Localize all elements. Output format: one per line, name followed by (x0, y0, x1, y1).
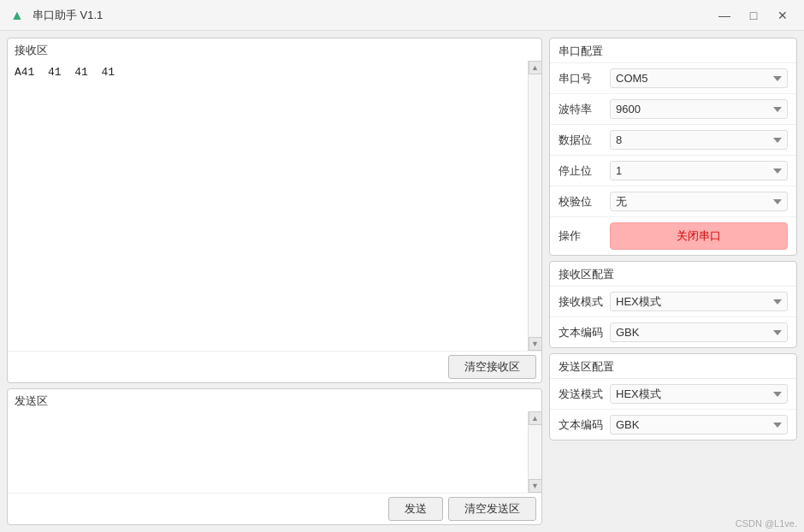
databits-select[interactable]: 8 5 6 7 (610, 130, 788, 150)
send-scroll-down-arrow[interactable]: ▼ (529, 479, 542, 493)
parity-row: 校验位 无 奇校验 偶校验 (550, 186, 796, 217)
send-encoding-select[interactable]: GBK UTF-8 ASCII (610, 415, 788, 434)
send-scroll-thumb-area (529, 425, 541, 479)
scroll-thumb-area (529, 74, 541, 337)
receive-config-box: 接收区配置 接收模式 HEX模式 ASCII模式 文本编码 GBK UTF-8 … (549, 261, 797, 348)
receive-encoding-select[interactable]: GBK UTF-8 ASCII (610, 322, 788, 342)
receive-mode-row: 接收模式 HEX模式 ASCII模式 (550, 287, 796, 317)
title-bar-text: 串口助手 V1.1 (33, 8, 713, 23)
receive-mode-label: 接收模式 (559, 294, 610, 310)
receive-config-title: 接收区配置 (550, 262, 796, 287)
app-icon: ▲ (10, 8, 26, 23)
send-scroll-up-arrow[interactable]: ▲ (529, 411, 542, 425)
title-bar: ▲ 串口助手 V1.1 — □ ✕ (0, 0, 804, 31)
send-textarea[interactable] (8, 411, 528, 493)
baudrate-select[interactable]: 9600 1200 2400 4800 19200 38400 115200 (610, 99, 788, 119)
databits-label: 数据位 (559, 133, 610, 148)
port-select[interactable]: COM5 COM1 COM2 COM3 COM4 (610, 68, 788, 88)
parity-label: 校验位 (559, 194, 610, 210)
send-mode-select[interactable]: HEX模式 ASCII模式 (610, 384, 788, 404)
receive-textarea[interactable] (8, 61, 528, 351)
receive-scrollbar: ▲ ▼ (528, 61, 541, 351)
title-bar-controls: — □ ✕ (713, 4, 794, 27)
parity-select[interactable]: 无 奇校验 偶校验 (610, 192, 788, 211)
receive-encoding-label: 文本编码 (559, 325, 610, 340)
send-scrollbar: ▲ ▼ (528, 411, 541, 493)
send-section-label: 发送区 (8, 389, 541, 411)
port-label: 串口号 (559, 71, 610, 86)
send-config-title: 发送区配置 (550, 354, 796, 379)
send-bottom-bar: 发送 清空发送区 (8, 493, 541, 524)
left-panel: 接收区 ▲ ▼ 清空接收区 发送区 ▲ ▼ (7, 38, 542, 525)
send-mode-row: 发送模式 HEX模式 ASCII模式 (550, 379, 796, 410)
stopbits-label: 停止位 (559, 163, 610, 179)
receive-bottom-bar: 清空接收区 (8, 351, 541, 382)
send-encoding-row: 文本编码 GBK UTF-8 ASCII (550, 410, 796, 440)
minimize-button[interactable]: — (713, 4, 736, 27)
close-button[interactable]: ✕ (771, 4, 794, 27)
send-config-box: 发送区配置 发送模式 HEX模式 ASCII模式 文本编码 GBK UTF-8 … (549, 353, 797, 440)
stopbits-select[interactable]: 1 1.5 2 (610, 161, 788, 180)
send-section: 发送区 ▲ ▼ 发送 清空发送区 (7, 388, 542, 525)
receive-encoding-row: 文本编码 GBK UTF-8 ASCII (550, 317, 796, 347)
action-label: 操作 (559, 228, 610, 244)
receive-section-label: 接收区 (8, 38, 541, 61)
watermark: CSDN @L1ve. (736, 518, 797, 529)
baudrate-row: 波特率 9600 1200 2400 4800 19200 38400 1152… (550, 94, 796, 125)
send-encoding-label: 文本编码 (559, 417, 610, 433)
action-btn-wrap: 关闭串口 (610, 222, 788, 250)
receive-section: 接收区 ▲ ▼ 清空接收区 (7, 38, 542, 383)
scroll-up-arrow[interactable]: ▲ (529, 61, 542, 74)
maximize-button[interactable]: □ (742, 4, 765, 27)
close-port-button[interactable]: 关闭串口 (610, 222, 788, 250)
send-content: ▲ ▼ (8, 411, 541, 493)
serial-config-title: 串口配置 (550, 38, 796, 63)
receive-mode-select[interactable]: HEX模式 ASCII模式 (610, 292, 788, 311)
stopbits-row: 停止位 1 1.5 2 (550, 156, 796, 186)
main-content: 接收区 ▲ ▼ 清空接收区 发送区 ▲ ▼ (0, 31, 804, 532)
right-panel: 串口配置 串口号 COM5 COM1 COM2 COM3 COM4 波特率 96… (549, 38, 797, 525)
serial-config-box: 串口配置 串口号 COM5 COM1 COM2 COM3 COM4 波特率 96… (549, 38, 797, 256)
clear-receive-button[interactable]: 清空接收区 (448, 355, 536, 379)
send-mode-label: 发送模式 (559, 387, 610, 402)
send-button[interactable]: 发送 (388, 497, 443, 521)
databits-row: 数据位 8 5 6 7 (550, 125, 796, 156)
action-row: 操作 关闭串口 (550, 217, 796, 255)
port-row: 串口号 COM5 COM1 COM2 COM3 COM4 (550, 63, 796, 94)
baudrate-label: 波特率 (559, 102, 610, 117)
receive-scroll-area: ▲ ▼ (8, 61, 541, 351)
scroll-down-arrow[interactable]: ▼ (529, 337, 542, 351)
clear-send-button[interactable]: 清空发送区 (448, 497, 536, 521)
